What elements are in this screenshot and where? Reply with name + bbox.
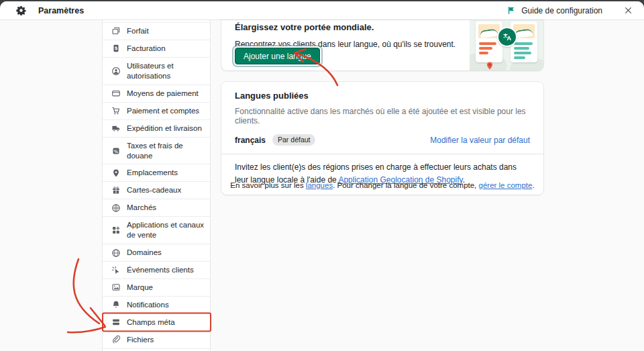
page-title: Paramètres	[38, 6, 84, 15]
sidebar-item-label: Utilisateurs et autorisations	[127, 58, 205, 85]
language-name: français	[235, 136, 266, 145]
sidebar-item-marches[interactable]: Marchés	[103, 199, 210, 217]
sidebar-item-label: Expédition et livraison	[127, 120, 202, 137]
default-badge: Par défaut	[272, 134, 315, 146]
sidebar-item-notifications[interactable]: Notifications	[103, 297, 210, 314]
edit-default-link[interactable]: Modifier la valeur par défaut	[430, 136, 530, 145]
close-icon	[624, 6, 633, 15]
published-languages-description: Fonctionnalité active dans les marchés o…	[221, 107, 543, 126]
translate-badge-icon	[497, 27, 517, 47]
footer-text: .	[532, 181, 534, 189]
billing-icon: $	[111, 44, 121, 53]
expand-reach-card: Élargissez votre portée mondiale. Rencon…	[221, 20, 543, 70]
sidebar-item-marque[interactable]: Marque	[103, 279, 210, 297]
apps-icon	[111, 225, 121, 235]
sidebar-item-label: Fichiers	[127, 332, 154, 348]
sidebar-item-label: Domaines	[127, 244, 162, 261]
map-pin-icon	[486, 60, 493, 70]
footer-text: En savoir plus sur les	[230, 181, 306, 189]
settings-sidebar: Forfait$FacturationUtilisateurs et autor…	[102, 20, 211, 351]
gift-cards-icon	[111, 186, 121, 195]
brand-icon	[111, 283, 121, 292]
language-row: français Par défaut Modifier la valeur p…	[221, 134, 543, 146]
footer-text: . Pour changer la langue de votre compte…	[333, 181, 478, 189]
taxes-icon: %	[111, 146, 121, 156]
sidebar-item-emplacements[interactable]: Emplacements	[103, 164, 210, 182]
published-languages-card: Langues publiées Fonctionnalité active d…	[221, 82, 543, 195]
topbar: Paramètres Guide de configuration	[0, 1, 644, 20]
sidebar-item-champs-meta[interactable]: Champs méta	[103, 314, 210, 332]
sidebar-item-facturation[interactable]: $Facturation	[103, 40, 210, 58]
sidebar-item-label: Événements clients	[127, 262, 194, 279]
page-footer: En savoir plus sur les langues. Pour cha…	[221, 181, 543, 189]
setup-guide-button[interactable]: Guide de configuration	[503, 3, 606, 18]
svg-text:%: %	[114, 148, 119, 153]
sidebar-item-evenements-clients[interactable]: Événements clients	[103, 262, 210, 279]
domains-icon	[111, 248, 121, 258]
sidebar-item-domaines[interactable]: Domaines	[103, 244, 210, 262]
svg-text:$: $	[115, 46, 118, 52]
sidebar-item-label: Notifications	[127, 297, 169, 313]
markets-icon	[111, 203, 121, 213]
sidebar-item-applications-et-canaux-de-vente[interactable]: Applications et canaux de vente	[103, 217, 210, 244]
sidebar-item-label: Facturation	[127, 40, 166, 57]
locations-icon	[111, 168, 121, 178]
checkout-icon	[111, 106, 121, 115]
customer-events-icon	[111, 266, 121, 275]
sidebar-item-expedition-et-livraison[interactable]: Expédition et livraison	[103, 120, 210, 138]
sidebar-item-label: Emplacements	[127, 164, 178, 181]
sidebar-item-fichiers[interactable]: Fichiers	[103, 332, 210, 349]
languages-illustration	[470, 20, 543, 70]
sidebar-item-cartes-cadeaux[interactable]: Cartes-cadeaux	[103, 182, 210, 199]
sidebar-item-label: Applications et canaux de vente	[127, 217, 205, 244]
sidebar-item-utilisateurs-et-autorisations[interactable]: Utilisateurs et autorisations	[103, 58, 210, 85]
shipping-icon	[111, 123, 121, 133]
settings-window: Paramètres Guide de configuration Forfai…	[0, 0, 644, 351]
gear-icon	[16, 5, 26, 15]
hero-title: Élargissez votre portée mondiale.	[235, 22, 374, 32]
payment-methods-icon	[111, 89, 121, 98]
sidebar-item-label: Cartes-cadeaux	[127, 182, 181, 199]
published-languages-title: Langues publiées	[221, 91, 543, 101]
sidebar-item-forfait[interactable]: Forfait	[103, 23, 210, 40]
languages-help-link[interactable]: langues	[306, 181, 333, 189]
sidebar-item-label: Taxes et frais de douane	[127, 138, 205, 164]
sidebar-item-label: Paiement et comptes	[127, 103, 199, 119]
sidebar-item-moyens-de-paiement[interactable]: Moyens de paiement	[103, 85, 210, 103]
notifications-icon	[111, 300, 121, 309]
add-language-button[interactable]: Ajouter une langue	[235, 48, 320, 64]
metafields-icon	[111, 317, 121, 327]
close-button[interactable]	[621, 4, 635, 17]
sidebar-item-taxes-et-frais-de-douane[interactable]: %Taxes et frais de douane	[103, 138, 210, 165]
sidebar-item-label: Marchés	[127, 199, 156, 216]
setup-guide-label: Guide de configuration	[521, 6, 602, 15]
flag-icon	[507, 6, 516, 15]
sidebar-item-label: Moyens de paiement	[127, 85, 199, 102]
users-icon	[111, 66, 121, 76]
files-icon	[111, 335, 121, 344]
sidebar-item-label: Marque	[127, 279, 153, 296]
sidebar-item-label: Forfait	[127, 23, 149, 40]
settings-modal: Paramètres Guide de configuration Forfai…	[0, 1, 644, 351]
manage-account-link[interactable]: gérer le compte	[479, 181, 533, 189]
sidebar-item-paiement-et-comptes[interactable]: Paiement et comptes	[103, 103, 210, 120]
sidebar-item-label: Champs méta	[127, 314, 175, 331]
plan-icon	[111, 26, 121, 36]
